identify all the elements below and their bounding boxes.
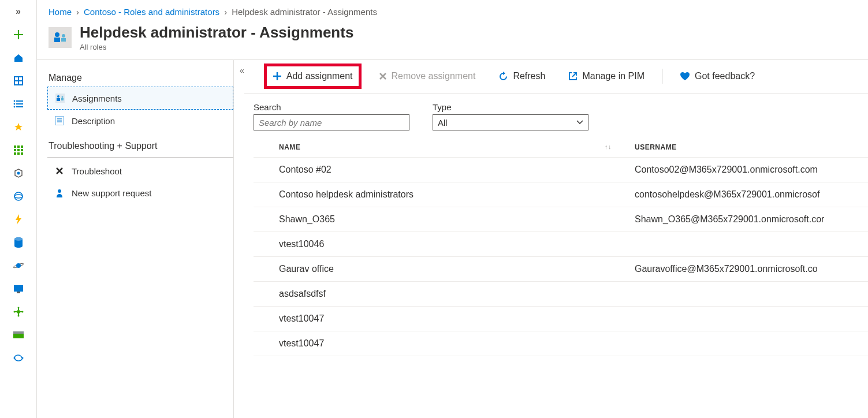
cell-name: Contoso #02: [279, 165, 635, 175]
heart-icon: [680, 72, 690, 81]
toolbar-separator: [662, 69, 662, 84]
svg-rect-28: [17, 292, 20, 293]
list-icon[interactable]: [13, 98, 24, 110]
svg-point-45: [62, 96, 64, 98]
cell-username: Shawn_O365@M365x729001.onmicrosoft.cor: [635, 214, 868, 225]
svg-point-43: [57, 95, 59, 98]
app-services-icon[interactable]: [13, 191, 24, 202]
svg-rect-34: [13, 331, 24, 334]
vm-icon[interactable]: [13, 283, 24, 294]
table-row[interactable]: Contoso #02Contoso02@M365x729001.onmicro…: [254, 158, 868, 182]
favorite-icon[interactable]: [13, 121, 24, 133]
breadcrumb-sep-icon: ›: [76, 7, 79, 17]
description-icon: [54, 115, 65, 126]
svg-rect-18: [17, 152, 20, 155]
cell-username: Gauravoffice@M365x729001.onmicrosoft.co: [635, 264, 868, 274]
toolbar-label: Refresh: [513, 71, 545, 81]
detail-pane: « Add assignment Remove assignment Refre…: [233, 60, 868, 418]
home-icon[interactable]: [13, 52, 24, 64]
sort-icon[interactable]: ↑↓: [605, 143, 612, 151]
add-assignment-button[interactable]: Add assignment: [264, 64, 362, 89]
nav-item-label: Troubleshoot: [72, 166, 122, 176]
svg-rect-11: [14, 145, 16, 148]
create-icon[interactable]: [13, 29, 24, 40]
breadcrumb-parent[interactable]: Contoso - Roles and administrators: [84, 7, 219, 17]
breadcrumb: Home › Contoso - Roles and administrator…: [37, 0, 868, 21]
breadcrumb-sep-icon: ›: [224, 7, 227, 17]
collapse-nav-icon[interactable]: «: [234, 60, 244, 75]
column-name[interactable]: NAME: [279, 143, 300, 151]
svg-rect-14: [14, 149, 16, 151]
nav-item-label: Assignments: [72, 94, 122, 103]
toolbar-label: Got feedback?: [695, 71, 755, 81]
cell-username: contosohelpdesk@M365x729001.onmicrosof: [635, 189, 868, 200]
breadcrumb-current: Helpdesk administrator - Assignments: [232, 7, 377, 17]
all-resources-icon[interactable]: [13, 144, 24, 156]
storage-icon[interactable]: [13, 329, 24, 341]
type-label: Type: [433, 102, 588, 112]
left-rail: »: [0, 0, 37, 418]
svg-rect-4: [19, 81, 22, 84]
load-balancer-icon[interactable]: [13, 306, 24, 318]
svg-point-36: [13, 357, 15, 359]
assignments-icon: [55, 93, 65, 103]
svg-rect-46: [61, 98, 64, 100]
table-row[interactable]: vtest10046: [254, 232, 868, 257]
search-input[interactable]: [254, 114, 409, 130]
type-select[interactable]: All: [433, 114, 588, 130]
table-row[interactable]: Gaurav officeGauravoffice@M365x729001.on…: [254, 257, 868, 282]
side-nav: Manage Assignments Description Troublesh…: [37, 60, 233, 418]
svg-rect-44: [57, 98, 60, 101]
nav-item-troubleshoot[interactable]: Troubleshoot: [47, 160, 233, 182]
svg-rect-13: [21, 145, 23, 148]
svg-point-29: [17, 310, 20, 314]
manage-pim-button[interactable]: Manage in PIM: [562, 66, 650, 86]
chevron-down-icon: [576, 120, 583, 125]
table-row[interactable]: Contoso helpdesk administratorscontosohe…: [254, 182, 868, 207]
table-row[interactable]: asdsafsdfsf: [254, 282, 868, 307]
svg-point-40: [62, 34, 65, 38]
table-row[interactable]: Shawn_O365Shawn_O365@M365x729001.onmicro…: [254, 207, 868, 232]
role-icon: [49, 27, 72, 48]
svg-point-22: [14, 195, 23, 198]
cell-name: vtest10047: [279, 338, 635, 349]
toolbar: Add assignment Remove assignment Refresh…: [244, 60, 868, 94]
troubleshoot-icon: [54, 166, 65, 176]
svg-point-38: [55, 32, 59, 37]
cell-name: vtest10047: [279, 314, 635, 324]
svg-rect-12: [17, 145, 20, 148]
dashboard-icon[interactable]: [13, 75, 24, 87]
main-content: Home › Contoso - Roles and administrator…: [37, 0, 868, 418]
nav-item-new-support[interactable]: New support request: [47, 182, 233, 204]
column-username[interactable]: USERNAME: [635, 143, 868, 151]
expand-rail-icon[interactable]: »: [13, 6, 24, 17]
cosmos-icon[interactable]: [13, 260, 24, 271]
breadcrumb-home[interactable]: Home: [49, 7, 72, 17]
page-title: Helpdesk administrator - Assignments: [80, 24, 353, 42]
svg-rect-17: [14, 152, 16, 155]
type-select-value: All: [438, 118, 448, 128]
feedback-button[interactable]: Got feedback?: [674, 66, 761, 86]
assignments-table: NAME ↑↓ USERNAME Contoso #02Contoso02@M3…: [234, 137, 868, 418]
refresh-icon: [498, 72, 508, 81]
refresh-button[interactable]: Refresh: [493, 66, 551, 86]
table-row[interactable]: vtest10047: [254, 331, 868, 356]
search-label: Search: [254, 102, 409, 112]
sql-icon[interactable]: [13, 237, 24, 248]
svg-rect-27: [14, 285, 23, 292]
nav-item-label: New support request: [72, 188, 151, 198]
functions-icon[interactable]: [13, 214, 24, 225]
svg-point-24: [14, 237, 23, 241]
nav-item-assignments[interactable]: Assignments: [47, 87, 233, 110]
svg-rect-10: [16, 106, 23, 107]
svg-rect-3: [15, 81, 18, 84]
network-icon[interactable]: [13, 352, 24, 364]
table-row[interactable]: vtest10047: [254, 307, 868, 331]
svg-point-33: [21, 311, 23, 313]
svg-rect-16: [21, 149, 23, 151]
svg-rect-39: [54, 38, 60, 42]
resource-group-icon[interactable]: [13, 167, 24, 179]
external-link-icon: [568, 72, 578, 81]
nav-item-description[interactable]: Description: [47, 110, 233, 132]
x-icon: [379, 72, 387, 80]
